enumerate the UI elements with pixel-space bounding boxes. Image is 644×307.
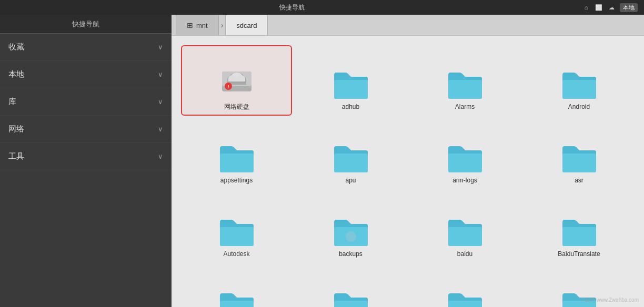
file-item-arm-logs[interactable]: arm-logs: [410, 120, 519, 188]
folder-icon: [332, 289, 370, 307]
folder-icon: [332, 216, 370, 247]
svg-point-21: [346, 231, 356, 242]
svg-rect-9: [228, 78, 245, 81]
path-segment-sdcard[interactable]: sdcard: [225, 15, 268, 35]
chevron-down-icon: ∨: [158, 70, 163, 78]
top-bar: 快捷导航 ⌂ ⬜ ☁ 本地: [0, 0, 644, 15]
main-content: 快捷导航 收藏 ∨ 本地 ∨ 库 ∨ 网络 ∨ 工具 ∨ ⊞ mnt: [0, 15, 644, 307]
svg-rect-23: [562, 227, 596, 246]
chevron-down-icon: ∨: [158, 125, 163, 133]
path-tab-mnt[interactable]: ⊞ mnt: [176, 15, 219, 35]
path-tab-sdcard[interactable]: sdcard: [225, 15, 268, 35]
folder-icon: [218, 142, 256, 173]
svg-rect-25: [334, 301, 368, 307]
sidebar-item-favorites[interactable]: 收藏 ∨: [0, 34, 172, 61]
file-label-appsettings: appsettings: [220, 177, 253, 185]
folder-icon: [332, 142, 370, 173]
file-label-baidu: baidu: [457, 250, 472, 259]
sidebar-item-label: 工具: [8, 151, 24, 161]
file-item-network-drive[interactable]: ! 网络硬盘: [182, 46, 291, 115]
local-badge: 本地: [620, 3, 638, 12]
folder-icon: [446, 142, 484, 173]
file-label-adhub: adhub: [342, 103, 359, 111]
svg-rect-26: [448, 301, 482, 307]
path-bar: ⊞ mnt › sdcard: [172, 15, 644, 36]
svg-rect-24: [220, 301, 254, 307]
svg-rect-19: [220, 227, 254, 246]
right-panel: ⊞ mnt › sdcard: [172, 15, 644, 307]
home-icon[interactable]: ⌂: [582, 3, 590, 12]
file-label-alarms: Alarms: [455, 103, 475, 111]
top-bar-right: ⌂ ⬜ ☁ 本地: [582, 3, 638, 12]
file-label-backups: backups: [339, 250, 363, 259]
folder-icon: [446, 216, 484, 247]
file-grid: ! 网络硬盘 adhub: [172, 36, 644, 307]
file-label-network-drive: 网络硬盘: [224, 103, 249, 111]
file-label-android: Android: [568, 103, 590, 111]
file-label-baidutranslate: BaiduTranslate: [558, 250, 600, 259]
file-item-apu[interactable]: apu: [296, 120, 405, 188]
folder-icon: [332, 68, 370, 100]
file-item-adhub[interactable]: adhub: [296, 46, 405, 115]
file-item-config[interactable]: CONFIG: [410, 267, 519, 307]
file-label-arm-logs: arm-logs: [452, 177, 477, 185]
svg-rect-22: [448, 227, 482, 246]
sidebar-nav-header: 快捷导航: [0, 15, 172, 34]
file-item-baidutranslate[interactable]: BaiduTranslate: [525, 193, 633, 262]
sidebar-item-label: 网络: [8, 124, 24, 134]
cloud-icon[interactable]: ☁: [607, 3, 616, 12]
sidebar-item-label: 收藏: [8, 42, 24, 52]
top-bar-title: 快捷导航: [6, 3, 578, 12]
sidebar-item-label: 库: [8, 97, 16, 107]
folder-icon: [218, 216, 256, 247]
svg-text:!: !: [227, 84, 229, 89]
file-item-asr[interactable]: asr: [525, 120, 633, 188]
sidebar-item-label: 本地: [8, 69, 24, 79]
file-item-bstfolder[interactable]: bstfolder: [296, 267, 405, 307]
path-arrow: ›: [219, 21, 226, 29]
svg-rect-27: [562, 301, 596, 307]
svg-rect-16: [334, 154, 368, 172]
folder-icon: [446, 289, 484, 307]
svg-rect-17: [448, 154, 482, 172]
folder-icon: [446, 68, 484, 100]
file-item-appsettings[interactable]: appsettings: [182, 120, 291, 188]
svg-rect-18: [562, 154, 596, 172]
file-item-cut-the-rope[interactable]: Cut the Rope: [525, 267, 633, 307]
svg-rect-15: [220, 154, 254, 172]
file-item-alarms[interactable]: Alarms: [410, 46, 519, 115]
file-item-blue-utils[interactable]: blue.utils: [182, 267, 291, 307]
file-item-backups[interactable]: backups: [296, 193, 405, 262]
path-tab-sdcard-label: sdcard: [236, 22, 257, 29]
svg-rect-14: [562, 80, 596, 99]
sidebar: 快捷导航 收藏 ∨ 本地 ∨ 库 ∨ 网络 ∨ 工具 ∨: [0, 15, 172, 307]
sidebar-item-network[interactable]: 网络 ∨: [0, 116, 172, 143]
chevron-down-icon: ∨: [158, 98, 163, 106]
chevron-down-icon: ∨: [158, 43, 163, 51]
path-segment-mnt[interactable]: ⊞ mnt: [176, 15, 219, 35]
sidebar-item-local[interactable]: 本地 ∨: [0, 61, 172, 88]
folder-icon: [560, 68, 598, 100]
chevron-down-icon: ∨: [158, 152, 163, 160]
file-label-apu: apu: [345, 177, 356, 185]
svg-rect-13: [448, 80, 482, 99]
grid-icon: ⊞: [187, 21, 193, 29]
network-drive-icon: !: [218, 62, 256, 100]
window-icon[interactable]: ⬜: [595, 3, 603, 12]
sidebar-item-tools[interactable]: 工具 ∨: [0, 143, 172, 170]
folder-icon: [560, 216, 598, 247]
file-label-autodesk: Autodesk: [223, 250, 249, 259]
file-label-asr: asr: [575, 177, 583, 185]
folder-icon: [218, 289, 256, 307]
sidebar-item-library[interactable]: 库 ∨: [0, 88, 172, 116]
file-item-android[interactable]: Android: [525, 46, 633, 115]
path-tab-mnt-label: mnt: [196, 22, 208, 29]
file-item-baidu[interactable]: baidu: [410, 193, 519, 262]
folder-icon: [560, 289, 598, 307]
svg-rect-12: [334, 80, 368, 99]
file-item-autodesk[interactable]: Autodesk: [182, 193, 291, 262]
folder-icon: [560, 142, 598, 173]
